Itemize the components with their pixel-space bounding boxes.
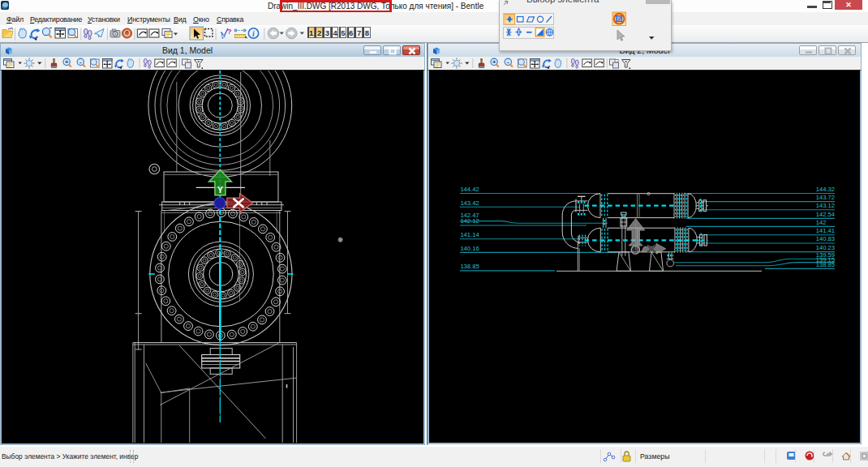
svg-text:142.54: 142.54 — [816, 211, 835, 218]
svg-text:Y: Y — [217, 185, 224, 195]
svg-text:141.14: 141.14 — [460, 231, 479, 238]
svg-text:144.32: 144.32 — [816, 186, 835, 193]
svg-text:?: ? — [227, 28, 232, 36]
svg-text:143.12: 143.12 — [816, 202, 835, 209]
svg-text:143.42: 143.42 — [460, 199, 479, 207]
svg-text:140.16: 140.16 — [460, 245, 479, 252]
svg-text:142: 142 — [816, 219, 827, 226]
svg-text:144.42: 144.42 — [460, 186, 479, 193]
svg-text:+: + — [65, 58, 69, 66]
svg-text:143.72: 143.72 — [816, 194, 835, 201]
svg-text:10: 10 — [125, 32, 130, 36]
svg-text:+: + — [492, 58, 496, 66]
svg-text:138.85: 138.85 — [460, 263, 479, 270]
svg-text:141.41: 141.41 — [816, 227, 835, 234]
svg-text:i: i — [252, 29, 255, 38]
svg-text:140.83: 140.83 — [816, 235, 835, 242]
